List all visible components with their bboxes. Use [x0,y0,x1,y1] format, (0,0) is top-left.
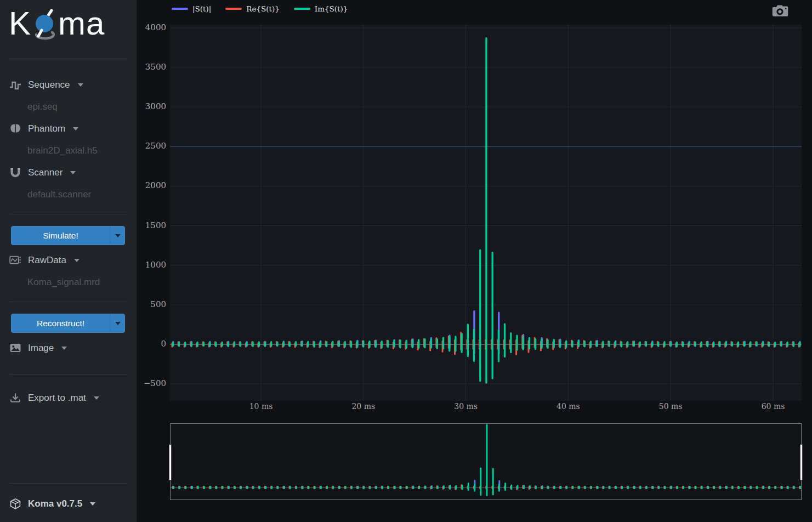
legend-item-im[interactable]: Im{S(t)} [294,4,348,13]
legend-label-abs: |S(t)| [192,4,211,13]
y-tick-label: 1000 [137,260,166,270]
sequence-label: Sequence [28,80,70,90]
legend-label-im: Im{S(t)} [315,4,348,13]
chevron-down-icon [115,234,121,237]
simulate-dropdown-button[interactable] [110,226,124,245]
phantom-label: Phantom [28,123,65,134]
range-slider-left-handle[interactable] [169,444,172,480]
sidebar-item-export-mat[interactable]: Export to .mat [0,387,137,409]
y-tick-label: 4000 [137,22,166,32]
plot-panel: |S(t)| Re{S(t)} Im{S(t)} 400035003000250… [137,0,812,522]
legend-item-abs[interactable]: |S(t)| [172,4,211,13]
reconstruct-button[interactable]: Reconstruct! [12,314,110,332]
range-slider-mini-plot [171,424,801,500]
range-slider-right-handle[interactable] [800,444,803,480]
y-tick-label: 0 [137,339,166,349]
plot-legend: |S(t)| Re{S(t)} Im{S(t)} [172,4,348,13]
scanner-file-default[interactable]: default.scanner [0,184,137,206]
chevron-down-icon [94,396,99,400]
legend-label-re: Re{S(t)} [246,4,280,13]
legend-line-re [225,8,242,10]
legend-line-abs [172,8,188,10]
phantom-file-brain2d-axial[interactable]: brain2D_axial.h5 [0,140,137,162]
download-plot-camera-button[interactable] [770,3,790,20]
chevron-down-icon [61,347,67,350]
sidebar-item-scanner[interactable]: Scanner [0,162,137,184]
rawdata-file-koma-signal[interactable]: Koma_signal.mrd [0,271,137,293]
sequence-file-epi-seq[interactable]: epi.seq [0,96,137,118]
divider [9,59,127,59]
y-tick-label: 3000 [137,101,166,111]
legend-item-re[interactable]: Re{S(t)} [225,4,280,13]
signal-plot-svg [170,25,802,401]
chevron-down-icon [115,322,121,325]
logo-text-k: K [9,5,31,42]
pulse-icon [9,79,21,91]
simulate-button-group: Simulate! [11,226,125,245]
x-tick-label: 30 ms [441,402,491,411]
x-axis-tick-labels: 10 ms20 ms30 ms40 ms50 ms60 ms [137,402,812,416]
x-tick-label: 60 ms [748,402,798,411]
koma-ui-window: K ma Sequence epi.seq Phantom [0,0,812,522]
version-menu[interactable]: Koma v0.7.5 [0,493,137,515]
chevron-down-icon [90,502,95,506]
sidebar: K ma Sequence epi.seq Phantom [0,0,137,522]
scanner-label: Scanner [28,167,63,178]
y-axis-tick-labels: 40003500300025002000150010005000−500 [137,25,168,401]
sidebar-item-sequence[interactable]: Sequence [0,74,137,96]
y-tick-label: 1500 [137,220,166,230]
chevron-down-icon [74,259,80,262]
chevron-down-icon [70,171,76,174]
x-tick-label: 40 ms [543,402,593,411]
export-label: Export to .mat [28,393,86,404]
version-label: Koma v0.7.5 [28,498,82,509]
chevron-down-icon [78,83,83,87]
reconstruct-dropdown-button[interactable] [110,314,124,332]
x-tick-label: 20 ms [339,402,388,411]
divider [9,483,127,484]
download-icon [9,392,21,404]
koma-logo: K ma [9,5,105,42]
reconstruct-button-group: Reconstruct! [11,314,125,333]
y-tick-label: 2000 [137,180,166,190]
y-tick-label: 500 [137,299,166,309]
signal-plot-area[interactable] [170,25,802,401]
image-icon [9,342,21,354]
image-label: Image [28,343,54,354]
rawdata-signal-icon [9,254,21,266]
logo-text-ma: ma [58,5,105,42]
legend-line-im [294,8,310,10]
sidebar-item-image[interactable]: Image [0,337,137,359]
brain-icon [9,123,21,135]
simulate-button[interactable]: Simulate! [12,226,110,245]
range-slider[interactable] [170,423,802,500]
sidebar-item-rawdata[interactable]: RawData [0,249,137,271]
package-icon [9,498,21,510]
camera-icon [771,4,789,18]
divider [9,302,127,302]
globe-icon [32,9,58,41]
y-tick-label: 3500 [137,62,166,72]
sidebar-item-phantom[interactable]: Phantom [0,118,137,140]
x-tick-label: 50 ms [646,402,695,411]
y-tick-label: −500 [137,378,166,388]
y-tick-label: 2500 [137,141,166,151]
rawdata-label: RawData [28,255,66,266]
x-tick-label: 10 ms [236,402,286,411]
chevron-down-icon [73,127,78,130]
divider [9,214,127,214]
magnet-icon [9,167,21,179]
divider [9,374,127,375]
